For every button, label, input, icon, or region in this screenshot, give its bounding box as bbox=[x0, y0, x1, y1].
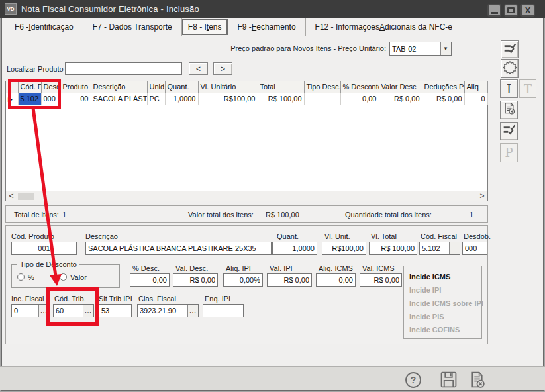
chevron-down-icon[interactable]: ▼ bbox=[440, 42, 451, 55]
cod-produto-label: Cód. Produto bbox=[11, 232, 54, 240]
cod-trib-field[interactable]: ... bbox=[53, 304, 94, 317]
cell-total[interactable]: R$ 100,00 bbox=[258, 93, 304, 105]
footer-bar bbox=[0, 366, 545, 390]
window-title: Nota Fiscal Consumidor Eletrônica - Incl… bbox=[21, 4, 199, 14]
cell-valor-desc[interactable]: R$ 0,00 bbox=[379, 93, 422, 105]
desdob-field[interactable] bbox=[462, 242, 487, 255]
save-button[interactable] bbox=[440, 371, 458, 391]
col-aliq[interactable]: Aliq bbox=[464, 81, 487, 93]
cell-tipo-desc[interactable] bbox=[304, 93, 340, 105]
enq-ipi-field[interactable] bbox=[203, 304, 244, 317]
incide-icms-sobre-ipi: Incide ICMS sobre IPI bbox=[409, 297, 476, 310]
perc-desc-label: % Desc. bbox=[132, 264, 160, 272]
inc-fiscal-field[interactable]: ... bbox=[11, 304, 50, 317]
perc-desc-field[interactable] bbox=[130, 273, 170, 287]
cell-cod-fiscal[interactable]: 5.102 bbox=[18, 93, 41, 105]
col-descricao[interactable]: Descrição bbox=[91, 81, 147, 93]
price-table-select[interactable]: ▼ bbox=[389, 42, 452, 56]
col-produto[interactable]: Produto bbox=[60, 81, 91, 93]
tab-identificacao[interactable]: F6 - Identificação bbox=[5, 18, 83, 36]
close-button[interactable]: X bbox=[520, 4, 535, 17]
col-desd[interactable]: Desd bbox=[41, 81, 60, 93]
col-valor-desc[interactable]: Valor Desc bbox=[379, 81, 422, 93]
total-qty-label: Quantidade total dos itens: bbox=[345, 211, 432, 219]
col-deducoes[interactable]: Deduções Pe bbox=[422, 81, 464, 93]
val-icms-field[interactable] bbox=[360, 273, 402, 287]
total-value-value: R$ 100,00 bbox=[266, 211, 299, 219]
cell-descricao[interactable]: SACOLA PLÁST bbox=[91, 93, 147, 105]
vl-unit-field[interactable] bbox=[322, 242, 366, 255]
checklist-icon bbox=[503, 123, 516, 139]
aliq-ipi-field[interactable] bbox=[223, 273, 263, 287]
tab-itens[interactable]: F8 - Itens bbox=[182, 19, 228, 35]
tipo-desconto-group: Tipo de Desconto % Valor bbox=[11, 264, 120, 288]
locate-product-field[interactable] bbox=[66, 63, 181, 74]
checklist-secondary-button[interactable] bbox=[500, 122, 518, 140]
letter-i-button[interactable]: I bbox=[500, 79, 518, 98]
next-button[interactable]: > bbox=[213, 62, 232, 75]
delete-item-button[interactable] bbox=[500, 101, 518, 119]
ellipsis-button[interactable]: ... bbox=[83, 305, 93, 317]
horizontal-scrollbar[interactable]: < > bbox=[6, 191, 487, 201]
radio-percent[interactable] bbox=[17, 273, 25, 281]
cancel-button[interactable] bbox=[468, 371, 486, 391]
maximize-button[interactable] bbox=[504, 4, 518, 17]
minimize-icon bbox=[491, 12, 498, 14]
clas-fiscal-field[interactable]: ... bbox=[137, 304, 199, 317]
cell-quant[interactable]: 1,0000 bbox=[165, 93, 198, 105]
previous-button[interactable]: < bbox=[189, 62, 208, 75]
scroll-left-icon[interactable]: < bbox=[6, 191, 17, 201]
tab-dados-transporte[interactable]: F7 - Dados Transporte bbox=[83, 18, 182, 36]
ellipsis-button[interactable]: ... bbox=[449, 242, 460, 254]
aliq-icms-field[interactable] bbox=[316, 273, 356, 287]
col-total[interactable]: Total bbox=[258, 81, 304, 93]
sit-trib-ipi-field[interactable] bbox=[99, 304, 132, 317]
col-selector[interactable] bbox=[6, 81, 18, 93]
col-vl-unitario[interactable]: Vl. Unitário bbox=[198, 81, 258, 93]
locate-product-input[interactable] bbox=[65, 62, 182, 75]
apply-checklist-button[interactable] bbox=[501, 40, 519, 58]
sit-trib-ipi-label: Sit Trib IPI bbox=[99, 295, 132, 303]
col-tipo-desc[interactable]: Tipo Desc. bbox=[304, 81, 340, 93]
letter-t-button: T bbox=[519, 79, 536, 98]
col-quant[interactable]: Quant. bbox=[165, 81, 198, 93]
descricao-label: Descrição bbox=[85, 232, 118, 240]
total-qty-value: 1 bbox=[470, 211, 473, 219]
cell-vl-unitario[interactable]: R$100,00 bbox=[198, 93, 258, 105]
total-value-label: Valor total dos itens: bbox=[188, 211, 254, 219]
cod-produto-field[interactable] bbox=[11, 242, 77, 255]
tab-fechamento[interactable]: F9 - Fechamento bbox=[228, 18, 306, 36]
table-row[interactable]: ▶ 5.102 000 00 SACOLA PLÁST PC 1,0000 R$… bbox=[6, 93, 487, 105]
tab-informacoes-adicionais[interactable]: F12 - Informações Adicionais da NFC-e bbox=[306, 18, 462, 36]
price-default-label: Preço padrão para Novos Itens - Preço Un… bbox=[199, 44, 386, 52]
minimize-button[interactable] bbox=[487, 4, 501, 17]
help-button[interactable]: ? bbox=[405, 371, 422, 391]
col-perc-desconto[interactable]: % Desconto bbox=[340, 81, 379, 93]
scrollbar-thumb[interactable] bbox=[18, 193, 34, 200]
quant-field[interactable] bbox=[272, 242, 317, 255]
vl-total-field[interactable] bbox=[369, 242, 417, 255]
price-table-value[interactable] bbox=[390, 42, 440, 55]
seal-button[interactable] bbox=[501, 59, 519, 78]
cell-desd[interactable]: 000 bbox=[41, 93, 60, 105]
col-cod-fiscal[interactable]: Cód. F bbox=[18, 81, 41, 93]
cell-deducoes[interactable]: R$ 0,00 bbox=[422, 93, 464, 105]
val-ipi-field[interactable] bbox=[267, 273, 312, 287]
val-ipi-label: Val. IPI bbox=[270, 264, 293, 272]
cell-perc-desconto[interactable]: 0,00 bbox=[340, 93, 379, 105]
quant-label: Quant. bbox=[277, 232, 299, 240]
cod-fiscal-field[interactable]: ... bbox=[419, 242, 460, 255]
scroll-right-icon[interactable]: > bbox=[477, 191, 487, 201]
radio-valor[interactable] bbox=[60, 273, 67, 281]
val-desc-field[interactable] bbox=[173, 273, 218, 287]
ellipsis-button[interactable]: ... bbox=[187, 305, 198, 317]
col-unid[interactable]: Unid bbox=[147, 81, 165, 93]
cell-unid[interactable]: PC bbox=[147, 93, 165, 105]
ellipsis-button[interactable]: ... bbox=[38, 305, 49, 317]
descricao-field[interactable] bbox=[85, 242, 272, 255]
cell-produto[interactable]: 00 bbox=[60, 93, 91, 105]
vl-unit-label: Vl. Unit. bbox=[324, 232, 350, 240]
checklist-icon bbox=[503, 42, 517, 58]
cell-aliq[interactable]: 0 bbox=[464, 93, 487, 105]
total-items-value: 1 bbox=[62, 211, 66, 219]
